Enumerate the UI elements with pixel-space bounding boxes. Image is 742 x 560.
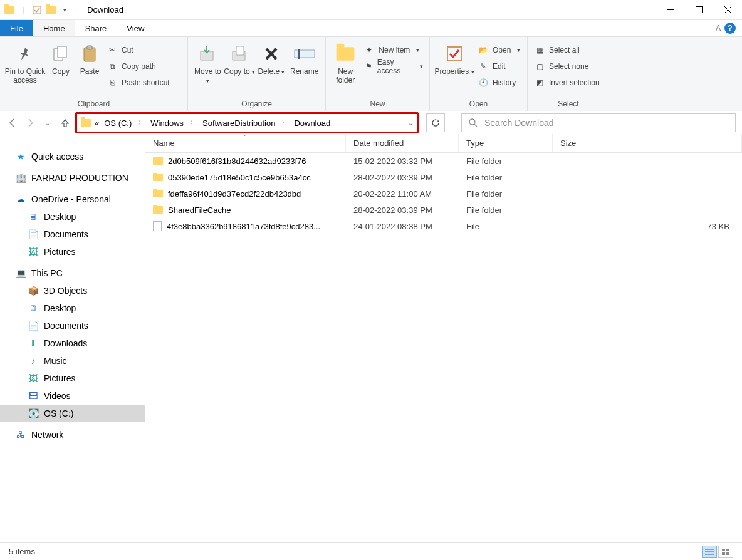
sidebar-item-farrad[interactable]: 🏢FARRAD PRODUCTION [0,169,145,187]
move-to-button[interactable]: Move to ▾ [192,39,224,85]
file-row[interactable]: 4f3e8bba3362b9186811a73fd8fe9cd283...24-… [145,218,742,234]
pin-quick-access-button[interactable]: Pin to Quick access [4,39,46,85]
easyaccess-icon: ⚑ [363,62,374,71]
open-button[interactable]: 📂Open▾ [475,42,523,58]
sidebar-item-od-pictures[interactable]: 🖼Pictures [0,243,145,261]
pc-icon: 💻 [15,268,26,278]
crumb-0[interactable]: OS (C:) [103,118,133,128]
sidebar-item-downloads[interactable]: ⬇Downloads [0,334,145,352]
file-row[interactable]: fdeffa96f401d9d37ecd2f22db423dbd20-02-20… [145,185,742,202]
qat-dropdown-icon[interactable]: ▾ [59,4,70,16]
sidebar-item-this-pc[interactable]: 💻This PC [0,264,145,282]
delete-button[interactable]: Delete ▾ [256,39,288,76]
search-input[interactable]: Search Download [461,113,736,132]
minimize-button[interactable] [656,0,684,20]
addr-folder-icon [81,119,91,127]
invert-selection-button[interactable]: ◩Invert selection [531,75,602,91]
paste-button[interactable]: Paste [75,39,104,76]
sidebar-item-videos[interactable]: 🎞Videos [0,387,145,405]
cell-date: 28-02-2022 03:39 PM [346,173,459,182]
cut-button[interactable]: ✂Cut [104,42,172,58]
path-icon: ⧉ [107,62,118,71]
network-icon: 🖧 [15,430,26,440]
edit-icon: ✎ [478,62,489,71]
delete-icon [264,43,279,65]
sidebar-item-documents[interactable]: 📄Documents [0,317,145,334]
cell-name: 2d0b509f616f31b8d244632ad9233f76 [145,157,346,166]
chevron-right-icon[interactable]: 〉 [135,118,147,127]
delete-label: Delete ▾ [258,67,285,76]
view-details-button[interactable] [702,546,717,558]
sidebar-item-3d-objects[interactable]: 📦3D Objects [0,282,145,299]
invertselection-icon: ◩ [534,78,545,87]
svg-rect-2 [696,7,702,13]
view-large-icons-button[interactable] [718,546,733,558]
cell-type: File folder [459,157,553,166]
svg-rect-8 [87,46,92,49]
tab-share[interactable]: Share [75,20,117,36]
select-none-button[interactable]: ▢Select none [531,58,602,75]
sidebar-item-os-c[interactable]: 💽OS (C:) [0,405,145,422]
crumb-3[interactable]: Download [293,118,332,128]
collapse-ribbon-icon[interactable]: ᐱ [716,24,721,33]
edit-button[interactable]: ✎Edit [475,58,523,75]
tab-view[interactable]: View [117,20,154,36]
status-bar: 5 items [0,542,742,560]
folder-icon [153,174,163,181]
paste-icon [82,43,97,65]
crumb-1[interactable]: Windows [149,118,185,128]
up-button[interactable] [59,117,71,129]
copy-button[interactable]: Copy [46,39,75,76]
copy-to-button[interactable]: Copy to ▾ [224,39,256,76]
cell-name: 05390ede175d18e50c1c5ce9b653a4cc [145,173,346,182]
back-button[interactable] [6,117,19,129]
document-icon: 📄 [28,321,39,331]
refresh-button[interactable] [426,113,445,132]
crumb-overflow[interactable]: « [93,118,100,128]
cell-type: File folder [459,189,553,199]
easy-access-button[interactable]: ⚑Easy access▾ [361,58,426,75]
svg-rect-22 [722,549,725,551]
new-folder-button[interactable]: New folder [330,39,361,85]
column-date[interactable]: Date modified [346,134,459,152]
chevron-right-icon[interactable]: 〉 [279,118,290,127]
paste-shortcut-button[interactable]: ⎘Paste shortcut [104,75,172,91]
help-icon[interactable]: ? [724,23,736,34]
column-size[interactable]: Size [553,134,742,152]
cell-name: 4f3e8bba3362b9186811a73fd8fe9cd283... [145,221,346,231]
close-button[interactable] [713,0,742,20]
sidebar-item-music[interactable]: ♪Music [0,352,145,370]
address-bar[interactable]: « OS (C:) 〉 Windows 〉 SoftwareDistributi… [75,112,419,133]
qat-properties-icon[interactable] [31,4,43,16]
select-all-button[interactable]: ▦Select all [531,42,602,58]
sidebar-item-od-desktop[interactable]: 🖥Desktop [0,208,145,226]
sidebar-item-network[interactable]: 🖧Network [0,426,145,443]
sidebar-item-pictures[interactable]: 🖼Pictures [0,370,145,387]
file-row[interactable]: SharedFileCache28-02-2022 03:39 PMFile f… [145,202,742,218]
chevron-right-icon[interactable]: 〉 [187,118,199,127]
addr-dropdown-icon[interactable]: ⌄ [408,120,413,127]
crumb-2[interactable]: SoftwareDistribution [201,118,276,128]
rename-button[interactable]: Rename [287,39,321,76]
sidebar-item-od-documents[interactable]: 📄Documents [0,226,145,243]
column-type[interactable]: Type [459,134,553,152]
file-row[interactable]: 2d0b509f616f31b8d244632ad9233f7615-02-20… [145,153,742,169]
column-name[interactable]: Name˄ [145,134,346,152]
new-item-button[interactable]: ✦New item▾ [361,42,426,58]
folder-icon [153,157,163,165]
file-row[interactable]: 05390ede175d18e50c1c5ce9b653a4cc28-02-20… [145,169,742,185]
sidebar-item-quick-access[interactable]: ★Quick access [0,148,145,165]
properties-button[interactable]: Properties ▾ [434,39,475,76]
sidebar-item-onedrive[interactable]: ☁OneDrive - Personal [0,190,145,208]
ribbon-tabs: File Home Share View ᐱ ? [0,20,742,36]
forward-button[interactable] [24,117,36,129]
tab-home[interactable]: Home [33,20,75,36]
sidebar-item-desktop[interactable]: 🖥Desktop [0,299,145,317]
maximize-button[interactable] [684,0,713,20]
copy-path-button[interactable]: ⧉Copy path [104,58,172,75]
tab-file[interactable]: File [0,20,33,36]
history-button[interactable]: 🕘History [475,75,523,91]
monitor-icon: 🖥 [28,303,39,313]
qat-newfolder-icon[interactable] [45,4,56,16]
recent-dropdown[interactable]: ⌄ [41,117,54,129]
